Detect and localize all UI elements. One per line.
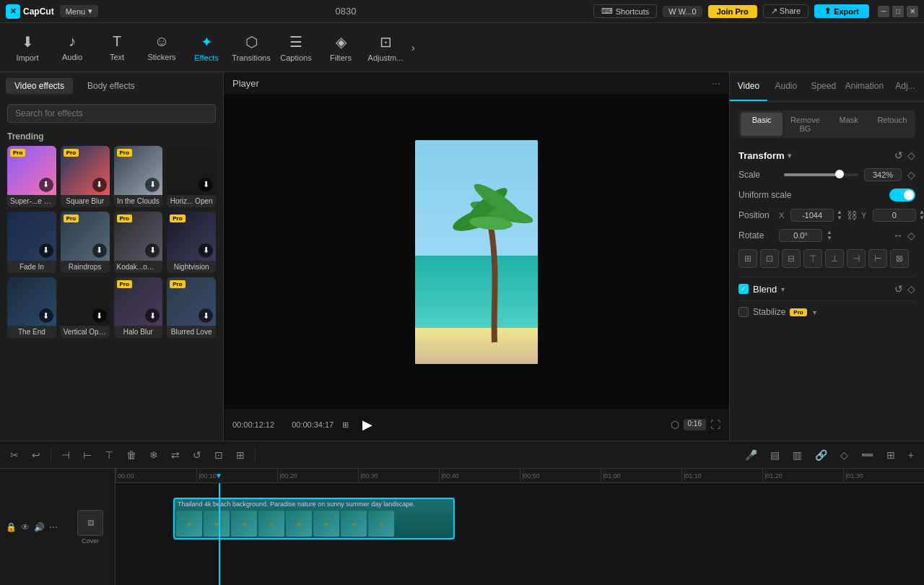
align-center-h-button[interactable]: ⊡ xyxy=(760,249,779,268)
distribute-h-button[interactable]: ⊢ xyxy=(868,249,887,268)
scale-thumb[interactable] xyxy=(835,170,844,178)
sub-tab-basic[interactable]: Basic xyxy=(741,113,783,136)
x-decrement[interactable]: ▼ xyxy=(837,215,842,221)
share-button[interactable]: ↗ Share xyxy=(763,4,808,18)
rotate-keyframe-button[interactable]: ◇ xyxy=(907,230,915,241)
effect-super-spot[interactable]: Pro ⬇ Super-...e Spot xyxy=(7,146,56,207)
tool-filters[interactable]: ◈ Filters xyxy=(319,26,362,69)
sub-tab-retouch[interactable]: Retouch xyxy=(871,113,913,136)
effect-square-blur[interactable]: Pro ⬇ Square Blur xyxy=(61,146,110,207)
split-button[interactable]: ✂ xyxy=(6,446,23,464)
sub-tab-mask[interactable]: Mask xyxy=(828,113,870,136)
player-menu-button[interactable]: ⋯ xyxy=(712,79,720,89)
rotate-value[interactable]: 0.0° xyxy=(779,229,822,242)
playhead[interactable] xyxy=(219,483,220,585)
effect-horiz-open[interactable]: ⬇ Horiz... Open xyxy=(167,146,216,207)
tl-link-button[interactable]: 🔗 xyxy=(811,446,832,464)
reverse-button[interactable]: ⇄ xyxy=(167,446,184,464)
tl-add-button[interactable]: + xyxy=(904,446,918,464)
stabilize-checkbox[interactable] xyxy=(738,307,749,317)
tab-animation[interactable]: Animation xyxy=(842,72,886,101)
tl-minus-button[interactable]: ➖ xyxy=(857,446,878,464)
effect-fade-in[interactable]: ⬇ Fade In xyxy=(7,212,56,273)
tab-adj[interactable]: Adj... xyxy=(886,72,924,101)
rotate-flip-button[interactable]: ↔ xyxy=(893,230,903,241)
download-button[interactable]: ⬇ xyxy=(92,243,107,258)
sub-tab-removebg[interactable]: Remove BG xyxy=(784,113,826,136)
align-bottom-button[interactable]: ⊣ xyxy=(847,249,866,268)
tool-effects[interactable]: ✦ Effects xyxy=(185,26,228,69)
effect-halo-blur[interactable]: Pro ⬇ Halo Blur xyxy=(114,277,163,339)
tool-text[interactable]: T Text xyxy=(95,26,139,69)
download-button[interactable]: ⬇ xyxy=(39,243,53,258)
download-button[interactable]: ⬇ xyxy=(145,243,160,258)
download-button[interactable]: ⬇ xyxy=(92,178,107,192)
scale-value[interactable]: 342% xyxy=(864,168,902,181)
screenshot-button[interactable]: ⬡ xyxy=(671,419,679,430)
join-pro-button[interactable]: Join Pro xyxy=(708,5,757,18)
align-top-button[interactable]: ⊤ xyxy=(803,249,822,268)
export-button[interactable]: ⬆ Export xyxy=(814,4,869,18)
download-button[interactable]: ⬇ xyxy=(145,308,160,323)
distribute-v-button[interactable]: ⊠ xyxy=(890,249,909,268)
delete-button[interactable]: 🗑 xyxy=(122,446,141,464)
shortcuts-button[interactable]: ⌨ Shortcuts xyxy=(593,4,657,18)
tl-keyframe-button[interactable]: ◇ xyxy=(836,446,853,464)
play-button[interactable]: ▶ xyxy=(357,415,378,435)
position-y-value[interactable]: 0 xyxy=(873,209,916,222)
download-button[interactable]: ⬇ xyxy=(39,308,53,323)
rotate-left-button[interactable]: ↺ xyxy=(188,446,206,464)
tool-import[interactable]: ⬇ Import xyxy=(6,26,49,69)
tab-video-effects[interactable]: Video effects xyxy=(6,78,73,94)
tl-audio-button[interactable]: 🎤 xyxy=(741,446,762,464)
effect-nightvision[interactable]: Pro ⬇ Nightvision xyxy=(167,212,216,273)
tool-adjust[interactable]: ⊡ Adjustm... xyxy=(364,26,407,69)
minimize-button[interactable]: ─ xyxy=(878,6,889,17)
maximize-button[interactable]: □ xyxy=(892,6,904,17)
search-input[interactable] xyxy=(7,104,216,123)
split-at-button[interactable]: ⊤ xyxy=(100,446,118,464)
position-x-value[interactable]: -1044 xyxy=(790,209,834,222)
workspace-button[interactable]: W W...0 xyxy=(663,6,702,17)
download-button[interactable]: ⬇ xyxy=(199,243,213,258)
video-clip[interactable]: Thailand 4k beach background. Paradise n… xyxy=(173,498,455,540)
close-button[interactable]: ✕ xyxy=(907,6,918,17)
blend-checkbox[interactable]: ✓ xyxy=(738,284,749,294)
tab-video[interactable]: Video xyxy=(730,72,767,101)
tab-audio[interactable]: Audio xyxy=(767,72,805,101)
tool-stickers[interactable]: ☺ Stickers xyxy=(140,26,183,69)
toolbar-more-button[interactable]: › xyxy=(411,42,415,53)
y-decrement[interactable]: ▼ xyxy=(919,215,924,221)
cover-thumbnail[interactable]: 🖼 xyxy=(77,510,103,536)
tool-captions[interactable]: ☰ Captions xyxy=(274,26,318,69)
menu-button[interactable]: Menu ▾ xyxy=(60,5,99,17)
scale-slider[interactable] xyxy=(784,173,858,176)
blend-keyframe-button[interactable]: ◇ xyxy=(907,283,915,295)
visible-icon[interactable]: 👁 xyxy=(21,522,30,532)
scale-keyframe-button[interactable]: ◇ xyxy=(907,169,915,181)
fullscreen-button[interactable]: ⛶ xyxy=(710,419,720,430)
download-button[interactable]: ⬇ xyxy=(92,308,107,323)
cut-start-button[interactable]: ⊣ xyxy=(57,446,74,464)
align-left-button[interactable]: ⊞ xyxy=(738,249,757,268)
crop-button[interactable]: ⊡ xyxy=(210,446,227,464)
tl-segment-button[interactable]: ▥ xyxy=(788,446,806,464)
freeze-button[interactable]: ❄ xyxy=(145,446,162,464)
download-button[interactable]: ⬇ xyxy=(199,308,213,323)
tl-clip-button[interactable]: ▤ xyxy=(766,446,784,464)
effect-the-end[interactable]: ⬇ The End xyxy=(7,277,56,339)
effect-raindrops[interactable]: Pro ⬇ Raindrops xyxy=(61,212,110,273)
download-button[interactable]: ⬇ xyxy=(145,178,160,192)
tool-audio[interactable]: ♪ Audio xyxy=(51,26,94,69)
download-button[interactable]: ⬇ xyxy=(199,178,213,192)
align-center-v-button[interactable]: ⊥ xyxy=(825,249,844,268)
align-right-button[interactable]: ⊟ xyxy=(782,249,801,268)
tab-body-effects[interactable]: Body effects xyxy=(79,78,144,94)
rotate-decrement[interactable]: ▼ xyxy=(827,235,832,241)
more-icon[interactable]: ⋯ xyxy=(49,522,58,532)
effect-kodak[interactable]: Pro ⬇ Kodak...oment xyxy=(114,212,163,273)
cut-end-button[interactable]: ⊢ xyxy=(79,446,96,464)
uniform-scale-toggle[interactable] xyxy=(889,188,915,202)
tab-speed[interactable]: Speed xyxy=(805,72,842,101)
transform-reset-button[interactable]: ↺ xyxy=(894,150,903,161)
